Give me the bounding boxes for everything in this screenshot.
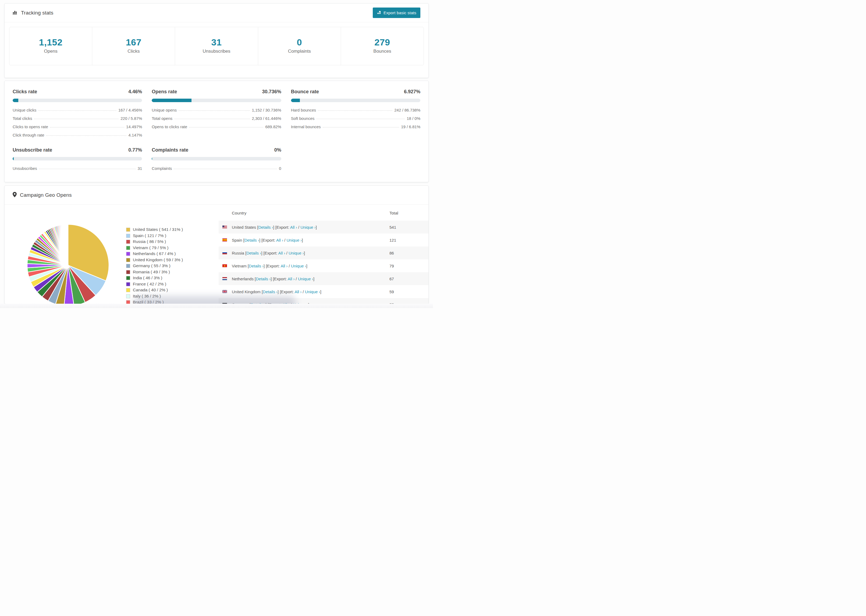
bar-chart-icon [13,10,18,16]
export-all-link-gb[interactable]: All › [294,289,301,294]
table-row-united-kingdom: United Kingdom [Details ›] [Export: All … [219,285,428,298]
rate-progress-bar [13,99,142,102]
geo-header: Campaign Geo Opens [5,186,428,204]
stat-box-unsubscribes: 31 Unsubscribes [175,27,258,65]
table-row-united-states: United States [Details ›] [Export: All ›… [219,221,428,234]
rate-row-value: 2,303 / 61.446% [252,116,281,121]
dotted-leader [316,119,405,119]
dotted-leader [179,110,250,111]
rate-row-value: 19 / 6.81% [401,124,420,129]
legend-label: Netherlands ( 67 / 4% ) [133,252,176,256]
rate-row-label: Hard bounces [291,108,316,113]
rate-detail-row: Opens to clicks rate 689.82% [152,124,281,129]
total-cell: 86 [389,251,428,255]
rates-grid: Clicks rate 4.46% Unique clicks 167 / 4.… [5,81,428,171]
country-cell-text: United Kingdom [Details ›] [Export: All … [232,289,321,294]
legend-label: Canada ( 40 / 2% ) [133,288,168,292]
legend-label: Russia ( 86 / 5% ) [133,240,166,244]
legend-label: Spain ( 121 / 7% ) [133,234,166,237]
legend-label: Italy ( 36 / 2% ) [133,294,161,298]
export-all-link-us[interactable]: All › [290,225,297,229]
pie-chart-svg [26,223,110,304]
export-unique-link-nl[interactable]: Unique › [298,277,313,281]
legend-swatch [126,240,130,244]
legend-swatch [126,288,130,292]
legend-item-india: India ( 46 / 3% ) [126,276,183,280]
export-unique-link-vn[interactable]: Unique › [291,264,306,268]
export-all-link-nl[interactable]: All › [288,277,295,281]
legend-item-italy: Italy ( 36 / 2% ) [126,294,183,298]
details-link-vn[interactable]: Details › [249,264,264,268]
legend-swatch [126,264,130,268]
export-unique-link-es[interactable]: Unique › [287,238,302,242]
rate-detail-row: Unique opens 1,152 / 30.736% [152,108,281,113]
dotted-leader [318,110,392,111]
stat-value: 1,152 [9,37,92,47]
details-link-nl[interactable]: Details › [256,277,271,281]
export-basic-stats-button[interactable]: Export basic stats [373,8,420,18]
stat-value: 279 [341,37,424,47]
campaign-geo-opens-card: Campaign Geo Opens United States ( 541 /… [4,185,429,304]
legend-item-canada: Canada ( 40 / 2% ) [126,288,183,292]
table-row-vietnam: Vietnam [Details ›] [Export: All › / Uni… [219,259,428,272]
legend-swatch [126,270,130,274]
rate-row-value: 242 / 86.738% [394,108,420,113]
stat-box-opens: 1,152 Opens [9,27,92,65]
legend-item-united-kingdom: United Kingdom ( 59 / 3% ) [126,258,183,262]
rate-row-value: 18 / 0% [407,116,420,121]
rate-title: Unsubscribe rate [13,147,52,153]
table-row-russia: Russia [Details ›] [Export: All › / Uniq… [219,247,428,259]
details-link-ru[interactable]: Details › [246,251,261,255]
dotted-leader [174,119,250,119]
geo-body: United States ( 541 / 31% ) Spain ( 121 … [5,204,428,304]
table-row-netherlands: Netherlands [Details ›] [Export: All › /… [219,272,428,285]
legend-label: India ( 46 / 3% ) [133,276,162,280]
legend-item-germany: Germany ( 55 / 3% ) [126,264,183,268]
geo-pie-chart [26,223,110,304]
legend-item-vietnam: Vietnam ( 79 / 5% ) [126,246,183,250]
export-unique-link-gb[interactable]: Unique › [305,289,320,294]
rate-row-label: Total opens [152,116,172,121]
rate-row-value: 220 / 5.87% [120,116,142,121]
rate-value: 4.46% [128,89,142,94]
rate-row-value: 4.147% [128,133,142,138]
export-all-link-vn[interactable]: All › [280,264,288,268]
export-all-link-es[interactable]: All › [276,238,283,242]
legend-swatch [126,300,130,304]
vn-flag-icon [222,264,227,267]
rate-progress-bar [13,157,142,160]
rate-row-label: Clicks to opens rate [13,124,48,129]
export-unique-link-us[interactable]: Unique › [301,225,316,229]
stat-label: Clicks [92,49,175,54]
legend-label: Germany ( 55 / 3% ) [133,264,170,268]
stat-value: 0 [258,37,341,47]
export-all-link-ru[interactable]: All › [279,251,285,255]
total-cell: 79 [389,264,428,268]
rate-row-value: 1,152 / 30.736% [252,108,281,113]
nl-flag-icon [222,277,227,280]
rate-title: Complaints rate [152,147,188,153]
details-link-us[interactable]: Details › [258,225,273,229]
rate-value: 0% [274,147,281,153]
legend-swatch [126,294,130,298]
details-link-gb[interactable]: Details › [263,289,277,294]
details-link-es[interactable]: Details › [244,238,259,242]
dotted-leader [39,169,136,169]
rate-detail-row: Total opens 2,303 / 61.446% [152,116,281,121]
legend-swatch [126,258,130,262]
rate-row-label: Unique opens [152,108,177,113]
country-cell-text: Spain [Details ›] [Export: All › / Uniqu… [232,238,303,242]
export-icon [377,10,381,15]
page-bottom-strip [0,304,433,308]
ru-flag-icon [222,251,227,255]
table-row-spain: Spain [Details ›] [Export: All › / Uniqu… [219,234,428,247]
rate-row-label: Internal bounces [291,124,321,129]
dotted-leader [46,135,127,136]
total-cell: 121 [389,238,428,242]
legend-item-france: France ( 42 / 2% ) [126,282,183,286]
legend-item-russia: Russia ( 86 / 5% ) [126,240,183,244]
export-unique-link-ru[interactable]: Unique › [288,251,304,255]
legend-swatch [126,234,130,238]
rate-detail-row: Clicks to opens rate 14.497% [13,124,142,129]
stat-label: Complaints [258,49,341,54]
